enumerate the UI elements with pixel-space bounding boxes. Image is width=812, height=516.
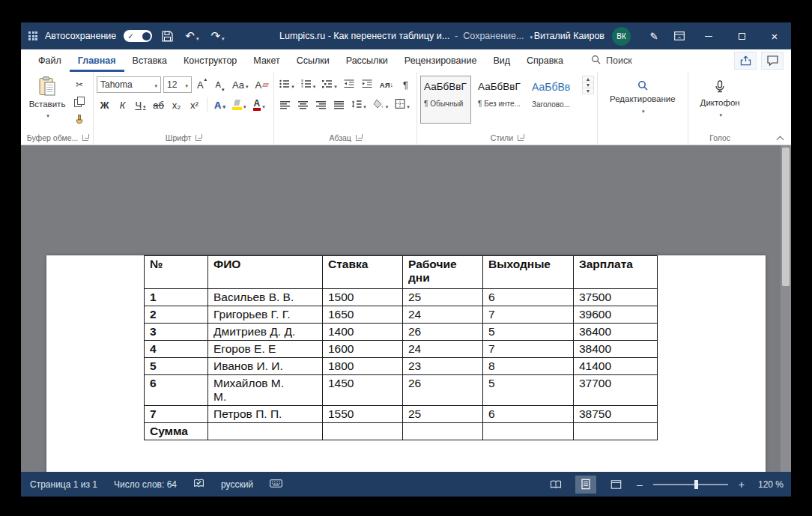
header-workdays[interactable]: Рабочие дни — [403, 256, 483, 289]
web-layout-button[interactable] — [605, 476, 626, 494]
table-cell[interactable]: 37500 — [574, 289, 658, 306]
ribbon-display-options-icon[interactable] — [667, 22, 692, 49]
bold-button[interactable]: Ж — [97, 97, 112, 113]
font-size-combo[interactable]: 12 — [163, 76, 192, 93]
sort-button[interactable]: АЯ ↓ — [378, 76, 396, 93]
justify-button[interactable] — [331, 97, 347, 113]
tab-insert[interactable]: Вставка — [124, 49, 175, 72]
styles-gallery-more-button[interactable]: ▼ — [583, 88, 593, 94]
page-indicator[interactable]: Страница 1 из 1 — [30, 479, 97, 490]
user-name[interactable]: Виталий Каиров — [534, 31, 605, 41]
table-cell[interactable]: 1650 — [323, 306, 403, 324]
table-cell[interactable]: 7 — [483, 306, 574, 324]
zoom-slider[interactable] — [653, 479, 728, 490]
zoom-out-button[interactable]: – — [635, 479, 644, 491]
copy-button[interactable] — [70, 95, 88, 110]
collapse-ribbon-button[interactable] — [778, 136, 784, 142]
table-cell[interactable]: 6 — [483, 289, 574, 306]
table-cell[interactable]: 41400 — [574, 358, 658, 375]
align-left-button[interactable] — [277, 97, 293, 113]
draw-icon[interactable]: ✎ — [641, 22, 667, 49]
paste-button[interactable]: Вставить — [25, 74, 69, 119]
table-cell[interactable]: 2 — [145, 306, 208, 324]
minimize-button[interactable] — [692, 22, 725, 49]
text-effects-button[interactable]: А — [212, 97, 228, 113]
styles-scroll-up-button[interactable]: ▲ — [583, 76, 593, 82]
zoom-in-button[interactable]: + — [737, 479, 746, 491]
table-cell[interactable]: 4 — [145, 341, 208, 358]
document-page[interactable]: № ФИО Ставка Рабочие дни Выходные Зарпла… — [46, 255, 766, 472]
increase-indent-button[interactable] — [360, 76, 375, 93]
style-no-spacing[interactable]: АаБбВвГ ¶ Без инте... — [474, 76, 525, 124]
grow-font-button[interactable]: А▴ — [194, 76, 210, 93]
table-cell[interactable]: 5 — [483, 375, 574, 406]
table-cell[interactable]: 26 — [403, 324, 483, 341]
read-mode-button[interactable] — [545, 476, 566, 494]
dictate-button[interactable]: Диктофон — [691, 74, 749, 118]
decrease-indent-button[interactable] — [342, 76, 357, 93]
table-cell[interactable]: 24 — [403, 306, 483, 324]
proofing-icon[interactable] — [193, 479, 204, 491]
highlight-color-button[interactable] — [230, 97, 249, 113]
styles-scroll-down-button[interactable]: ▼ — [583, 82, 593, 88]
redo-button[interactable]: ↷ — [208, 28, 226, 44]
close-button[interactable]: × — [758, 22, 791, 49]
header-number[interactable]: № — [145, 256, 208, 289]
italic-button[interactable]: К — [115, 97, 130, 113]
editing-button[interactable]: Редактирование — [601, 74, 685, 115]
table-cell[interactable]: 5 — [483, 324, 574, 341]
align-right-button[interactable] — [313, 97, 329, 113]
table-cell[interactable]: 1800 — [323, 358, 403, 375]
clipboard-dialog-launcher[interactable] — [82, 135, 88, 141]
multilevel-list-button[interactable] — [320, 76, 339, 93]
salary-table[interactable]: № ФИО Ставка Рабочие дни Выходные Зарпла… — [144, 255, 658, 440]
shading-button[interactable] — [371, 97, 391, 113]
font-color-button[interactable]: А — [251, 97, 267, 113]
style-heading1[interactable]: АаБбВв Заголово... — [528, 76, 579, 124]
vertical-scrollbar[interactable] — [781, 145, 791, 472]
table-cell[interactable]: 1450 — [323, 375, 403, 406]
header-rate[interactable]: Ставка — [323, 256, 403, 289]
table-cell[interactable]: 8 — [483, 358, 574, 375]
tab-references[interactable]: Ссылки — [288, 49, 338, 72]
search-box[interactable]: Поиск — [591, 49, 632, 72]
table-cell[interactable]: Петров П. П. — [208, 406, 323, 423]
table-cell[interactable]: 1550 — [323, 406, 403, 423]
style-normal[interactable]: АаБбВвГ ¶ Обычный — [420, 76, 471, 124]
table-cell[interactable]: 1600 — [323, 341, 403, 358]
cut-button[interactable]: ✂ — [70, 77, 88, 92]
tab-review[interactable]: Рецензирование — [396, 49, 485, 72]
word-count[interactable]: Число слов: 64 — [114, 479, 177, 490]
undo-button[interactable]: ↶ — [183, 28, 201, 44]
table-cell[interactable]: 5 — [145, 358, 208, 375]
table-cell-empty[interactable] — [323, 423, 403, 440]
keyboard-icon[interactable] — [270, 479, 282, 490]
print-layout-button[interactable] — [575, 476, 596, 494]
table-cell[interactable]: 6 — [145, 375, 208, 406]
font-dialog-launcher[interactable] — [196, 135, 202, 141]
table-cell-empty[interactable] — [403, 423, 483, 440]
shrink-font-button[interactable]: А▾ — [212, 76, 228, 93]
clear-formatting-button[interactable]: А — [253, 76, 271, 93]
save-button[interactable] — [160, 29, 175, 43]
table-cell[interactable]: Васильев В. В. — [208, 289, 323, 306]
scrollbar-thumb[interactable] — [782, 148, 790, 286]
zoom-level[interactable]: 120 % — [755, 479, 784, 490]
align-center-button[interactable] — [295, 97, 311, 113]
header-salary[interactable]: Зарплата — [574, 256, 658, 289]
borders-button[interactable] — [393, 97, 412, 113]
table-cell-empty[interactable] — [483, 423, 574, 440]
avatar[interactable]: ВК — [612, 27, 631, 46]
zoom-slider-thumb[interactable] — [694, 480, 698, 489]
table-cell[interactable]: 36400 — [574, 324, 658, 341]
maximize-button[interactable] — [725, 22, 758, 49]
strikethrough-button[interactable]: аб — [151, 97, 166, 113]
table-cell[interactable]: 7 — [483, 341, 574, 358]
table-cell[interactable]: 38750 — [574, 406, 658, 423]
paragraph-dialog-launcher[interactable] — [356, 135, 362, 141]
table-cell[interactable]: 24 — [403, 341, 483, 358]
header-daysoff[interactable]: Выходные — [483, 256, 574, 289]
font-name-combo[interactable]: Tahoma — [97, 76, 161, 93]
document-title[interactable]: Lumpics.ru - Как перенести таблицу и... … — [279, 22, 533, 49]
header-fio[interactable]: ФИО — [208, 256, 323, 289]
